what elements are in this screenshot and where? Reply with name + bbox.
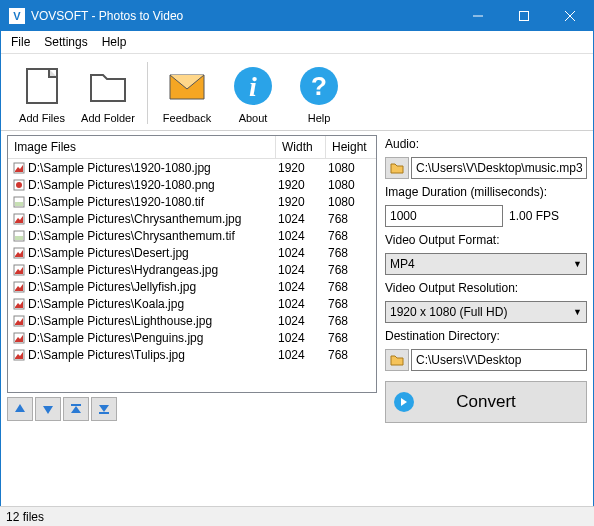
toolbar-separator [147,62,148,124]
file-path: D:\Sample Pictures\Koala.jpg [28,297,272,311]
file-type-icon [12,230,26,242]
feedback-button[interactable]: Feedback [154,60,220,126]
table-row[interactable]: D:\Sample Pictures\Penguins.jpg1024768 [8,329,376,346]
audio-label: Audio: [385,137,587,151]
file-type-icon [12,281,26,293]
file-path: D:\Sample Pictures\Lighthouse.jpg [28,314,272,328]
dest-path-input[interactable] [411,349,587,371]
about-icon: i [229,62,277,110]
svg-rect-13 [15,202,23,206]
file-width: 1024 [272,263,322,277]
file-path: D:\Sample Pictures\Jellyfish.jpg [28,280,272,294]
svg-rect-1 [520,12,529,21]
col-height[interactable]: Height [326,136,376,158]
move-up-button[interactable] [7,397,33,421]
file-width: 1024 [272,331,322,345]
convert-button[interactable]: Convert [385,381,587,423]
list-controls [7,393,377,423]
file-height: 768 [322,331,372,345]
table-row[interactable]: D:\Sample Pictures\Chrysanthemum.jpg1024… [8,210,376,227]
about-label: About [239,112,268,124]
menu-file[interactable]: File [11,35,30,49]
add-files-button[interactable]: Add Files [9,60,75,126]
file-height: 768 [322,314,372,328]
duration-label: Image Duration (milliseconds): [385,185,587,199]
minimize-button[interactable] [455,1,501,31]
menu-help[interactable]: Help [102,35,127,49]
svg-rect-29 [99,412,109,414]
file-path: D:\Sample Pictures\Desert.jpg [28,246,272,260]
file-width: 1024 [272,229,322,243]
table-row[interactable]: D:\Sample Pictures\Koala.jpg1024768 [8,295,376,312]
move-down-button[interactable] [35,397,61,421]
file-list[interactable]: Image Files Width Height D:\Sample Pictu… [7,135,377,393]
table-row[interactable]: D:\Sample Pictures\Hydrangeas.jpg1024768 [8,261,376,278]
resolution-value: 1920 x 1080 (Full HD) [390,305,507,319]
audio-browse-button[interactable] [385,157,409,179]
dest-label: Destination Directory: [385,329,587,343]
file-width: 1024 [272,246,322,260]
table-row[interactable]: D:\Sample Pictures\1920-1080.jpg19201080 [8,159,376,176]
resolution-select[interactable]: 1920 x 1080 (Full HD) ▼ [385,301,587,323]
file-width: 1920 [272,178,322,192]
titlebar[interactable]: V VOVSOFT - Photos to Video [1,1,593,31]
about-button[interactable]: i About [220,60,286,126]
file-type-icon [12,332,26,344]
col-width[interactable]: Width [276,136,326,158]
table-row[interactable]: D:\Sample Pictures\1920-1080.tif19201080 [8,193,376,210]
file-height: 768 [322,280,372,294]
svg-rect-26 [71,404,81,406]
move-bottom-button[interactable] [91,397,117,421]
convert-label: Convert [386,392,586,412]
file-type-icon [12,213,26,225]
file-height: 1080 [322,178,372,192]
file-path: D:\Sample Pictures\Chrysanthemum.jpg [28,212,272,226]
maximize-button[interactable] [501,1,547,31]
svg-rect-16 [15,236,23,240]
table-row[interactable]: D:\Sample Pictures\Jellyfish.jpg1024768 [8,278,376,295]
toolbar: Add Files Add Folder Feedback i About ? [1,54,593,131]
status-text: 12 files [6,510,44,524]
file-type-icon [12,349,26,361]
file-type-icon [12,264,26,276]
svg-marker-28 [99,405,109,412]
file-height: 768 [322,246,372,260]
table-row[interactable]: D:\Sample Pictures\Tulips.jpg1024768 [8,346,376,363]
file-path: D:\Sample Pictures\1920-1080.png [28,178,272,192]
move-top-button[interactable] [63,397,89,421]
file-height: 1080 [322,195,372,209]
file-height: 1080 [322,161,372,175]
svg-text:?: ? [311,71,327,101]
file-path: D:\Sample Pictures\Penguins.jpg [28,331,272,345]
duration-input[interactable] [385,205,503,227]
menubar: File Settings Help [1,31,593,54]
table-row[interactable]: D:\Sample Pictures\Chrysanthemum.tif1024… [8,227,376,244]
file-height: 768 [322,348,372,362]
menu-settings[interactable]: Settings [44,35,87,49]
file-type-icon [12,179,26,191]
table-row[interactable]: D:\Sample Pictures\Desert.jpg1024768 [8,244,376,261]
help-icon: ? [295,62,343,110]
add-folder-button[interactable]: Add Folder [75,60,141,126]
file-type-icon [12,196,26,208]
window-title: VOVSOFT - Photos to Video [31,9,455,23]
close-button[interactable] [547,1,593,31]
audio-path-input[interactable] [411,157,587,179]
file-width: 1024 [272,348,322,362]
help-button[interactable]: ? Help [286,60,352,126]
file-height: 768 [322,212,372,226]
svg-marker-25 [43,406,53,414]
fps-label: 1.00 FPS [509,209,559,223]
format-select[interactable]: MP4 ▼ [385,253,587,275]
svg-text:i: i [249,71,257,102]
table-row[interactable]: D:\Sample Pictures\Lighthouse.jpg1024768 [8,312,376,329]
col-image-files[interactable]: Image Files [8,136,276,158]
table-row[interactable]: D:\Sample Pictures\1920-1080.png19201080 [8,176,376,193]
dest-browse-button[interactable] [385,349,409,371]
file-type-icon [12,315,26,327]
file-width: 1920 [272,195,322,209]
file-width: 1920 [272,161,322,175]
file-path: D:\Sample Pictures\Chrysanthemum.tif [28,229,272,243]
chevron-down-icon: ▼ [573,259,582,269]
status-bar: 12 files [0,506,594,526]
